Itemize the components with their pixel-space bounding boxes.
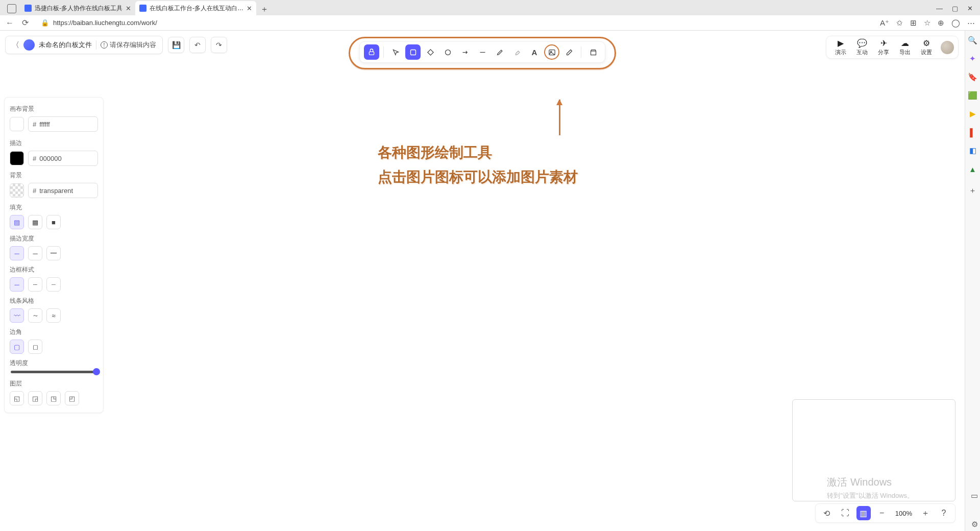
line-wave[interactable]: ≈ <box>46 308 61 323</box>
new-tab-button[interactable]: ＋ <box>258 3 271 15</box>
tab-favicon <box>139 5 146 12</box>
star-favorite-icon[interactable]: ✩ <box>896 18 903 28</box>
layer-back[interactable]: ◱ <box>10 391 24 405</box>
nav-back-icon[interactable]: ← <box>5 18 14 28</box>
windows-watermark: 激活 Windows 转到"设置"以激活 Windows。 <box>827 475 914 500</box>
collections-icon[interactable]: ⊕ <box>938 18 944 28</box>
window-maximize-icon[interactable]: ▢ <box>952 5 958 12</box>
browser-tab-1[interactable]: 迅捷白板-多人协作在线白板工具 ✕ <box>20 1 135 15</box>
cursor-tool[interactable] <box>388 44 403 60</box>
whiteboard-app: 〈 未命名的白板文件 ! 请保存编辑内容 💾 ↶ ↷ ▶演示 💬互动 ✈分享 ☁… <box>0 31 965 531</box>
sparkle-icon[interactable]: ✦ <box>968 54 977 63</box>
window-minimize-icon[interactable]: — <box>936 5 943 12</box>
undo-button[interactable]: ↶ <box>189 37 206 53</box>
stroke-swatch[interactable] <box>10 151 24 165</box>
edge-sidebar: 🔍 ✦ 🔖 🟩 ▶ ▌ ◧ ▲ ＋ <box>965 31 980 531</box>
share-button[interactable]: ✈分享 <box>873 38 894 56</box>
search-icon[interactable]: 🔍 <box>968 36 977 45</box>
corner-label: 边角 <box>10 328 98 336</box>
rect-tool[interactable] <box>405 44 421 60</box>
store-icon[interactable]: 🟩 <box>968 91 977 100</box>
zoom-value: 100% <box>893 510 914 517</box>
filename[interactable]: 未命名的白板文件 <box>39 40 92 50</box>
avatar[interactable] <box>941 41 954 54</box>
circle-tool[interactable] <box>440 44 455 60</box>
fullscreen-icon[interactable]: ⛶ <box>838 506 852 520</box>
tree-icon[interactable]: ▲ <box>968 164 977 174</box>
canvas-bg-swatch[interactable] <box>10 117 24 131</box>
zoom-in-icon[interactable]: ＋ <box>918 506 933 520</box>
border-dotted[interactable]: ┈ <box>46 277 61 292</box>
layer-front[interactable]: ◰ <box>65 391 79 405</box>
favorites-icon[interactable]: ☆ <box>924 18 930 28</box>
bg-swatch[interactable] <box>10 183 24 198</box>
office-icon[interactable]: ▌ <box>968 128 977 137</box>
lock-tool[interactable] <box>364 44 379 60</box>
layer-backward[interactable]: ◲ <box>28 391 42 405</box>
tab-close-icon[interactable]: ✕ <box>126 5 131 12</box>
layer-forward[interactable]: ◳ <box>46 391 61 405</box>
annotation-ring: A <box>349 37 616 69</box>
export-button[interactable]: ☁导出 <box>895 38 915 56</box>
browser-tab-2[interactable]: 在线白板工作台-多人在线互动白… ✕ <box>135 1 256 15</box>
tab-close-icon[interactable]: ✕ <box>247 5 252 12</box>
settings-button[interactable]: ⚙设置 <box>916 38 937 56</box>
border-style-label: 边框样式 <box>10 266 98 274</box>
zoom-out-icon[interactable]: − <box>875 506 889 520</box>
interact-button[interactable]: 💬互动 <box>852 38 872 56</box>
marker-tool[interactable] <box>509 44 525 60</box>
save-button[interactable]: 💾 <box>168 37 184 53</box>
line-tool[interactable] <box>475 44 490 60</box>
present-button[interactable]: ▶演示 <box>830 38 851 56</box>
feedback-icon[interactable]: ▭ <box>971 491 978 500</box>
address-bar[interactable]: 🔒 https://baiban.liuchengtu.com/work/ <box>36 17 874 29</box>
fill-label: 填充 <box>10 203 98 212</box>
arrow-tool[interactable] <box>457 44 473 60</box>
stroke-med[interactable]: ─ <box>28 246 42 260</box>
edge-settings-icon[interactable]: ⚙ <box>971 520 978 529</box>
tag-icon[interactable]: 🔖 <box>968 73 977 82</box>
corner-sharp[interactable]: ▢ <box>10 340 24 354</box>
games-icon[interactable]: ▶ <box>968 109 977 118</box>
tab-overview-button[interactable] <box>7 4 16 13</box>
eraser-tool[interactable] <box>561 44 577 60</box>
add-sidebar-icon[interactable]: ＋ <box>968 186 977 195</box>
diamond-tool[interactable] <box>423 44 438 60</box>
help-icon[interactable]: ? <box>937 506 951 520</box>
library-tool[interactable] <box>585 44 601 60</box>
line-sketch[interactable]: 〰 <box>10 308 24 323</box>
canvas-bg-input[interactable]: #ffffff <box>28 116 98 132</box>
profile-icon[interactable]: ◯ <box>951 18 960 28</box>
reset-view-icon[interactable]: ⟲ <box>820 506 834 520</box>
minimap-toggle-icon[interactable]: ▥ <box>856 506 871 520</box>
fill-hachure[interactable]: ▨ <box>10 215 24 229</box>
stroke-thin[interactable]: ─ <box>10 246 24 260</box>
svg-rect-0 <box>369 52 374 55</box>
nav-refresh-icon[interactable]: ⟳ <box>20 18 30 28</box>
fill-solid[interactable]: ■ <box>46 215 61 229</box>
cloud-up-icon: ☁ <box>901 38 909 48</box>
border-solid[interactable]: ─ <box>10 277 24 292</box>
stroke-input[interactable]: #000000 <box>28 151 98 166</box>
bg-input[interactable]: #transparent <box>28 183 98 198</box>
opacity-slider[interactable] <box>11 371 97 373</box>
save-hint: 请保存编辑内容 <box>110 40 156 50</box>
read-aloud-icon[interactable]: A⁺ <box>880 18 889 28</box>
back-icon[interactable]: 〈 <box>12 40 19 50</box>
border-dashed[interactable]: ┄ <box>28 277 42 292</box>
corner-round[interactable]: ◻ <box>28 340 42 354</box>
stroke-thick[interactable]: ─ <box>46 246 61 260</box>
extension-icon[interactable]: ⊞ <box>910 18 917 28</box>
share-icon: ✈ <box>880 38 887 48</box>
window-close-icon[interactable]: ✕ <box>967 5 973 12</box>
image-tool[interactable] <box>544 44 559 60</box>
slider-thumb[interactable] <box>93 368 100 375</box>
canvas-bg-label: 画布背景 <box>10 105 98 113</box>
pencil-tool[interactable] <box>492 44 507 60</box>
more-menu-icon[interactable]: ⋯ <box>967 18 975 28</box>
text-tool[interactable]: A <box>527 44 542 60</box>
outlook-icon[interactable]: ◧ <box>968 146 977 155</box>
line-smooth[interactable]: ～ <box>28 308 42 323</box>
redo-button[interactable]: ↷ <box>211 37 227 53</box>
fill-cross[interactable]: ▩ <box>28 215 42 229</box>
